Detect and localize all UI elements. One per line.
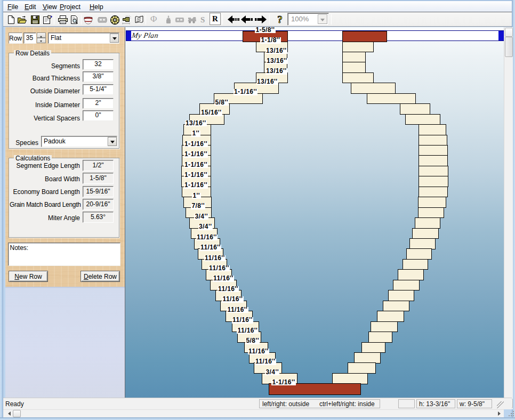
svg-text:?: ?	[277, 14, 283, 25]
